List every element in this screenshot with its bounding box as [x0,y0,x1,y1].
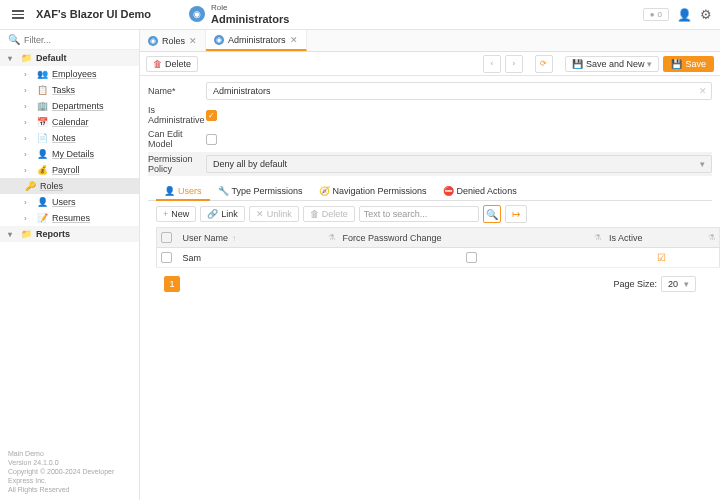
row-checkbox[interactable] [161,252,172,263]
tab[interactable]: ◉Administrators✕ [206,30,307,51]
delete-button[interactable]: 🗑Delete [146,56,198,72]
policy-label: Permission Policy [148,154,206,174]
sidebar-search[interactable]: 🔍 [0,30,139,50]
tree-item[interactable]: ›👤Users [0,194,139,210]
save-and-new-button[interactable]: 💾Save and New ▾ [565,56,660,72]
nav-tree: ▾📁Default›👥Employees›📋Tasks›🏢Departments… [0,50,139,443]
tree-item[interactable]: ›👥Employees [0,66,139,82]
col-username[interactable]: User Name↑⚗ [179,228,339,248]
document-tabs: ◉Roles✕◉Administrators✕ [140,30,720,52]
export-button[interactable]: ↦ [505,205,527,223]
filter-icon[interactable]: ⚗ [594,233,601,242]
filter-icon[interactable]: ⚗ [708,233,715,242]
pager: 1 Page Size: 20▾ [156,272,704,296]
tree-item[interactable]: ›🏢Departments [0,98,139,114]
next-button[interactable]: › [505,55,523,73]
link-button[interactable]: 🔗Link [200,206,245,222]
col-force[interactable]: Force Password Change⚗ [339,228,605,248]
can-edit-checkbox[interactable] [206,134,217,145]
force-checkbox[interactable] [466,252,477,263]
tree-group[interactable]: ▾📁Reports [0,226,139,242]
notification-badge[interactable]: ● 0 [643,8,669,21]
filter-icon[interactable]: ⚗ [328,233,335,242]
tree-item[interactable]: ›📝Resumes [0,210,139,226]
footer: Main Demo Version 24.1.0.0 Copyright © 2… [0,443,139,500]
close-icon[interactable]: ✕ [290,35,298,45]
page-number[interactable]: 1 [164,276,180,292]
grid-delete-button[interactable]: 🗑Delete [303,206,355,222]
filter-input[interactable] [24,35,136,45]
tree-item[interactable]: 🔑Roles [0,178,139,194]
new-button[interactable]: +New [156,206,196,222]
user-icon[interactable]: 👤 [677,8,692,22]
subtab[interactable]: 👤Users [156,182,210,200]
tree-item[interactable]: ›📋Tasks [0,82,139,98]
active-checkbox[interactable]: ☑ [657,252,666,263]
grid-toolbar: +New 🔗Link ✕Unlink 🗑Delete Text to searc… [148,201,712,227]
toolbar: 🗑Delete ‹ › ⟳ 💾Save and New ▾ 💾 Save [140,52,720,76]
page-size-select[interactable]: 20▾ [661,276,696,292]
is-admin-label: Is Administrative [148,105,206,125]
is-admin-checkbox[interactable]: ✓ [206,110,217,121]
app-header: XAF's Blazor UI Demo ◉ Role Administrato… [0,0,720,30]
col-active[interactable]: Is Active⚗ [605,228,720,248]
prev-button[interactable]: ‹ [483,55,501,73]
object-name: Administrators [211,13,289,25]
page-size-label: Page Size: [613,279,657,289]
tree-group[interactable]: ▾📁Default [0,50,139,66]
menu-toggle[interactable] [8,6,28,23]
object-type: Role [211,4,289,13]
users-grid: User Name↑⚗ Force Password Change⚗ Is Ac… [156,227,720,268]
app-title: XAF's Blazor UI Demo [36,8,151,20]
select-all-checkbox[interactable] [161,232,172,243]
search-button[interactable]: 🔍 [483,205,501,223]
policy-select[interactable]: Deny all by default▾ [206,155,712,173]
subtab[interactable]: ⛔Denied Actions [435,182,525,200]
content: ◉Roles✕◉Administrators✕ 🗑Delete ‹ › ⟳ 💾S… [140,30,720,500]
tree-item[interactable]: ›👤My Details [0,146,139,162]
sub-tabs: 👤Users🔧Type Permissions🧭Navigation Permi… [148,182,712,201]
tree-item[interactable]: ›💰Payroll [0,162,139,178]
object-icon: ◉ [189,6,205,22]
name-label: Name* [148,86,206,96]
search-icon: 🔍 [8,34,20,45]
tree-item[interactable]: ›📄Notes [0,130,139,146]
clear-icon[interactable]: ✕ [699,86,707,96]
table-row[interactable]: Sam☑ [157,248,720,268]
tree-item[interactable]: ›📅Calendar [0,114,139,130]
close-icon[interactable]: ✕ [189,36,197,46]
unlink-button[interactable]: ✕Unlink [249,206,299,222]
grid-search[interactable]: Text to search... [359,206,479,222]
tab[interactable]: ◉Roles✕ [140,30,206,51]
subtab[interactable]: 🔧Type Permissions [210,182,311,200]
refresh-button[interactable]: ⟳ [535,55,553,73]
name-input[interactable]: Administrators✕ [206,82,712,100]
detail-form: Name* Administrators✕ Is Administrative … [140,76,720,296]
settings-icon[interactable]: ⚙ [700,7,712,22]
save-button[interactable]: 💾 Save [663,56,714,72]
subtab[interactable]: 🧭Navigation Permissions [311,182,435,200]
can-edit-label: Can Edit Model [148,129,206,149]
sidebar: 🔍 ▾📁Default›👥Employees›📋Tasks›🏢Departmen… [0,30,140,500]
